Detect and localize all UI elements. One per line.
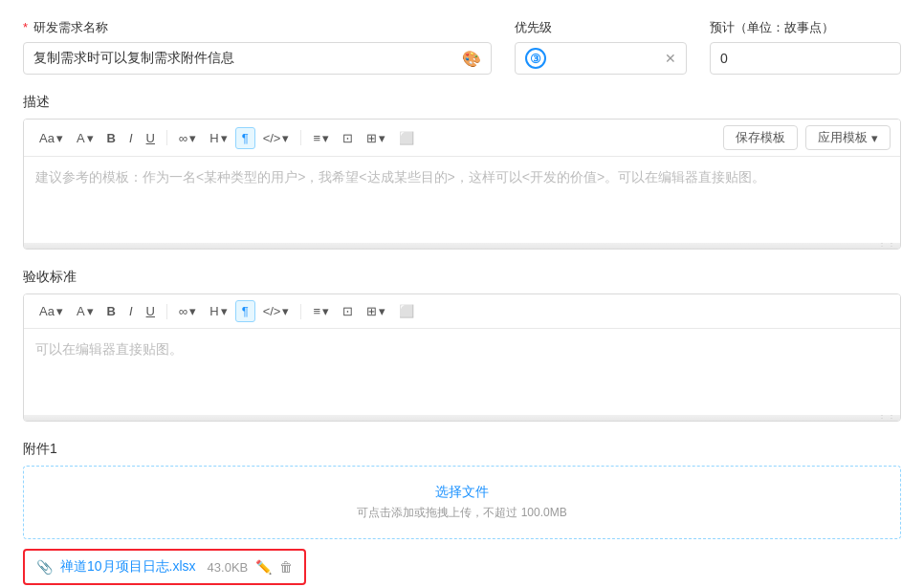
image-btn[interactable]: ⊡: [337, 128, 359, 148]
ac-underline-btn[interactable]: U: [141, 301, 161, 321]
acceptance-content[interactable]: 可以在编辑器直接贴图。: [24, 329, 900, 415]
acceptance-toolbar: Aa A B I U ∞ H ¶ </> ≡ ⊡: [24, 294, 900, 329]
priority-select[interactable]: ③ ✕: [515, 42, 687, 75]
apply-template-button[interactable]: 应用模板 ▾: [805, 125, 891, 150]
ac-heading-btn[interactable]: H: [204, 301, 232, 321]
ac-list-chevron: [322, 304, 329, 318]
name-input[interactable]: [33, 51, 462, 66]
acceptance-editor: Aa A B I U ∞ H ¶ </> ≡ ⊡: [23, 294, 901, 422]
sep2: [300, 130, 301, 145]
estimate-field-group: 预计（单位：故事点）: [710, 19, 901, 75]
description-resize-handle[interactable]: ⋮⋮: [24, 243, 900, 249]
heading-chevron: [221, 131, 228, 145]
ac-heading-chevron: [221, 304, 228, 318]
toolbar-right: 保存模板 应用模板 ▾: [723, 125, 891, 150]
ac-color-chevron: [87, 304, 94, 318]
paperclip-icon: 📎: [36, 559, 53, 575]
acceptance-placeholder: 可以在编辑器直接贴图。: [35, 341, 183, 357]
attachment-label: 附件1: [23, 441, 901, 458]
ac-sep2: [300, 304, 301, 319]
sep1: [166, 130, 167, 145]
link-btn[interactable]: ∞: [173, 128, 202, 148]
color-chevron: [87, 131, 94, 145]
description-content[interactable]: 建议参考的模板：作为一名<某种类型的用户>，我希望<达成某些目的>，这样可以<开…: [24, 157, 900, 243]
ac-link-btn[interactable]: ∞: [173, 301, 202, 321]
ac-font-btn[interactable]: Aa: [33, 301, 69, 321]
attachment-section: 附件1 选择文件 可点击添加或拖拽上传，不超过 100.0MB 📎 禅道10月项…: [23, 441, 901, 585]
ac-font-chevron: [56, 304, 63, 318]
underline-btn[interactable]: U: [141, 128, 161, 148]
upload-hint: 可点击添加或拖拽上传，不超过 100.0MB: [41, 505, 883, 521]
form-top-row: * 研发需求名称 🎨 优先级 ③ ✕ 预计（单位：故事点）: [23, 19, 901, 75]
acceptance-section-label: 验收标准: [23, 269, 901, 286]
ac-sep1: [166, 304, 167, 319]
ac-italic-btn[interactable]: I: [123, 301, 139, 321]
ac-code-chevron: [282, 304, 289, 318]
name-field-group: * 研发需求名称 🎨: [23, 19, 492, 75]
list-chevron: [322, 131, 329, 145]
priority-label: 优先级: [515, 19, 687, 36]
table-chevron: [379, 131, 385, 145]
acceptance-resize-handle[interactable]: ⋮⋮: [24, 415, 900, 421]
file-item: 📎 禅道10月项目日志.xlsx 43.0KB ✏️ 🗑: [23, 549, 306, 585]
name-label-text: 研发需求名称: [33, 20, 108, 34]
description-toolbar: Aa A B I U ∞ H ¶ </> ≡ ⊡: [24, 120, 900, 157]
file-delete-icon[interactable]: 🗑: [279, 559, 293, 575]
ac-table-chevron: [379, 304, 385, 318]
color-btn[interactable]: A: [71, 128, 99, 148]
bold-btn[interactable]: B: [101, 128, 121, 148]
ac-color-btn[interactable]: A: [71, 301, 99, 321]
paragraph-btn[interactable]: ¶: [235, 127, 255, 149]
font-chevron: [56, 131, 63, 145]
description-placeholder: 建议参考的模板：作为一名<某种类型的用户>，我希望<达成某些目的>，这样可以<开…: [35, 169, 765, 185]
code-btn[interactable]: </>: [257, 128, 296, 148]
ac-list-btn[interactable]: ≡: [307, 301, 335, 321]
upload-link[interactable]: 选择文件: [41, 484, 883, 501]
file-name: 禅道10月项目日志.xlsx: [60, 558, 196, 576]
file-edit-icon[interactable]: ✏️: [255, 559, 272, 575]
link-chevron: [189, 131, 196, 145]
save-template-button[interactable]: 保存模板: [723, 125, 798, 150]
name-label: * 研发需求名称: [23, 19, 492, 36]
list-btn[interactable]: ≡: [307, 128, 335, 148]
file-size: 43.0KB: [208, 560, 249, 575]
font-btn[interactable]: Aa: [33, 128, 69, 148]
heading-btn[interactable]: H: [204, 128, 232, 148]
description-section-label: 描述: [23, 94, 901, 111]
ac-table-btn[interactable]: ⊞: [361, 301, 391, 321]
estimate-input-wrapper[interactable]: [710, 42, 901, 75]
upload-area[interactable]: 选择文件 可点击添加或拖拽上传，不超过 100.0MB: [23, 466, 901, 539]
priority-field-group: 优先级 ③ ✕: [515, 19, 687, 75]
palette-icon[interactable]: 🎨: [462, 50, 481, 68]
code-chevron: [282, 131, 289, 145]
name-input-wrapper[interactable]: 🎨: [23, 42, 492, 75]
ac-link-chevron: [189, 304, 196, 318]
ac-fullscreen-btn[interactable]: ⬜: [393, 301, 420, 321]
required-star: *: [23, 20, 28, 34]
ac-code-btn[interactable]: </>: [257, 301, 296, 321]
italic-btn[interactable]: I: [123, 128, 139, 148]
apply-chevron-icon: ▾: [871, 131, 878, 145]
priority-badge: ③: [525, 48, 546, 69]
table-btn[interactable]: ⊞: [361, 128, 391, 148]
estimate-label: 预计（单位：故事点）: [710, 19, 901, 36]
fullscreen-btn[interactable]: ⬜: [393, 128, 420, 148]
description-editor: Aa A B I U ∞ H ¶ </> ≡ ⊡: [23, 119, 901, 250]
priority-clear-icon[interactable]: ✕: [665, 51, 676, 66]
ac-paragraph-btn[interactable]: ¶: [235, 300, 255, 322]
estimate-input[interactable]: [720, 51, 891, 66]
ac-image-btn[interactable]: ⊡: [337, 301, 359, 321]
ac-bold-btn[interactable]: B: [101, 301, 121, 321]
